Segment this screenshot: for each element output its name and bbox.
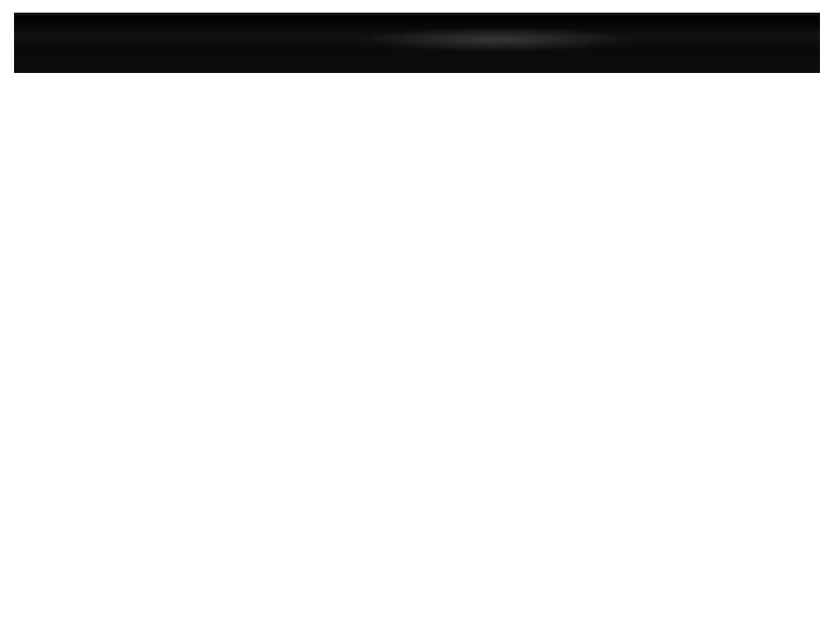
- top-banner: [14, 13, 820, 73]
